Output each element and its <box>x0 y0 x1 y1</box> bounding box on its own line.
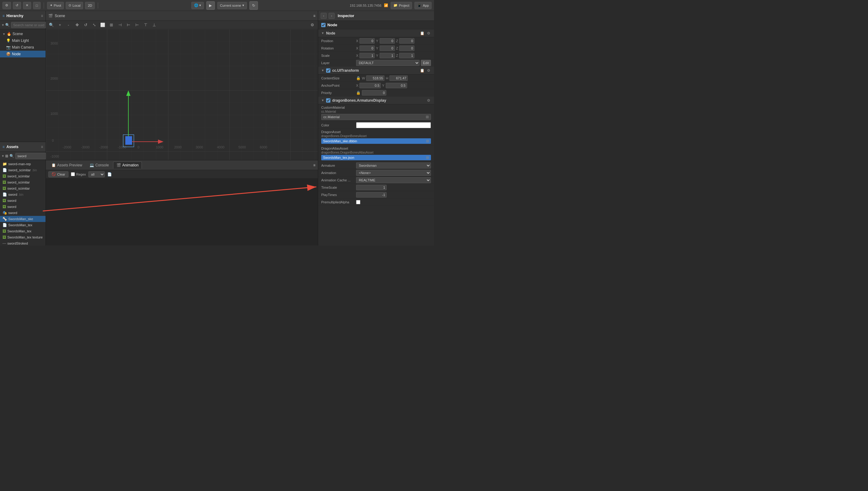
animation-select[interactable]: <None> <box>356 170 431 176</box>
asset-item-sword-man-rep[interactable]: 📁 sword-man-rep <box>0 161 46 167</box>
anchor-y-input[interactable] <box>386 83 407 88</box>
position-x-input[interactable] <box>359 38 375 44</box>
bottom-panel-menu-btn[interactable]: ≡ <box>313 163 316 167</box>
scale-tool-btn[interactable]: ⤡ <box>90 21 98 29</box>
tab-assets-preview[interactable]: 📋 Assets Preview <box>48 162 85 169</box>
tree-item-main-camera[interactable]: 📷 Main Camera <box>0 44 46 51</box>
align-top-btn[interactable]: ⊤ <box>142 21 149 29</box>
asset-item-sword-bin[interactable]: 📄 sword .bin <box>0 192 46 198</box>
project-btn[interactable]: 📁 Project <box>390 2 412 9</box>
tab-console[interactable]: 💻 Console <box>86 162 112 169</box>
asset-item-sword-3[interactable]: 🎭 sword <box>0 210 46 216</box>
tree-item-scene[interactable]: ▼ 🔥 Scene <box>0 31 46 37</box>
uitransform-section-header[interactable]: ▼ cc.UITransform 📋 ⚙ <box>318 66 434 75</box>
node-section-header[interactable]: ▼ Node 📋 ⚙ <box>318 29 434 37</box>
layer-edit-btn[interactable]: Edit <box>421 60 431 66</box>
hierarchy-add-icon[interactable]: + <box>2 23 4 27</box>
uitransform-enabled-checkbox[interactable] <box>326 68 330 73</box>
scene-menu-btn[interactable]: ≡ <box>313 14 316 18</box>
align-right-btn[interactable]: ⊢ <box>133 21 141 29</box>
pivot-btn[interactable]: ✦ Pivot <box>47 2 64 9</box>
rotation-z-input[interactable] <box>399 46 414 51</box>
2d-btn[interactable]: 2D <box>85 2 95 9</box>
node-copy-icon[interactable]: 📋 <box>419 31 425 36</box>
asset-item-sword-scimitar-3[interactable]: 🖼 sword_scimitar <box>0 185 46 192</box>
move-tool-btn[interactable]: ✥ <box>73 21 81 29</box>
dragonbones-settings-icon[interactable]: ⚙ <box>426 98 431 103</box>
uitransform-copy-icon[interactable]: 📋 <box>419 68 425 73</box>
assets-menu-btn[interactable]: ≡ <box>41 145 43 149</box>
asset-item-sword-scimitar-bin[interactable]: 📄 sword_scimitar .bin <box>0 167 46 173</box>
armature-select[interactable]: Swordsman <box>356 163 431 169</box>
scale-y-input[interactable] <box>380 53 395 58</box>
scene-settings-btn[interactable]: ⚙ <box>309 21 316 29</box>
inspector-back-btn[interactable]: ‹ <box>321 13 327 19</box>
clear-btn[interactable]: 🚫 Clear <box>48 171 69 177</box>
align-left-btn[interactable]: ⊣ <box>116 21 124 29</box>
zoom-in-btn[interactable]: + <box>56 21 63 29</box>
asset-item-sword-1[interactable]: 🖼 sword <box>0 198 46 204</box>
asset-item-sword-scimitar-1[interactable]: 🖼 sword_scimitar <box>0 173 46 179</box>
filter-select[interactable]: all log warn error <box>88 171 105 177</box>
zoom-fit-btn[interactable]: 🔍 <box>48 21 55 29</box>
app-btn[interactable]: 📱 App <box>414 2 432 9</box>
dragonbones-section-header[interactable]: ▼ dragonBones.ArmatureDisplay ⚙ <box>318 96 434 105</box>
regex-toggle[interactable]: Regex <box>71 172 86 176</box>
uitransform-settings-icon[interactable]: ⚙ <box>426 68 431 73</box>
hierarchy-menu-btn[interactable]: ≡ <box>41 14 43 18</box>
animation-cache-select[interactable]: REALTIME SHARED_CACHE PRIVATE_CACHE <box>356 177 431 183</box>
refresh-btn[interactable]: ↺ <box>13 2 21 9</box>
width-input[interactable] <box>366 76 384 81</box>
asset-item-swordsman-tex-doc[interactable]: 📄 SwordsMan_tex <box>0 222 46 228</box>
snap-btn[interactable]: ⊞ <box>108 21 115 29</box>
tab-animation[interactable]: 🎬 Animation <box>113 162 142 169</box>
filter-export-btn[interactable]: 📄 <box>107 172 112 176</box>
position-z-input[interactable] <box>399 38 414 44</box>
dragon-asset-pick-btn[interactable]: ⊞ <box>426 139 429 143</box>
position-y-input[interactable] <box>380 38 395 44</box>
height-input[interactable] <box>389 76 408 81</box>
tree-item-node[interactable]: 📦 Node <box>0 51 46 57</box>
assets-sort-btn[interactable]: ⊞ <box>5 154 8 158</box>
scale-x-input[interactable] <box>359 53 375 58</box>
dragonbones-enabled-checkbox[interactable] <box>326 98 330 103</box>
rotate-tool-btn[interactable]: ↺ <box>82 21 89 29</box>
play-times-input[interactable] <box>356 192 387 198</box>
scene-viewport[interactable]: 3000 2000 1000 0 -1000 -2000 -3000 -2000… <box>46 29 318 160</box>
asset-item-swordsman-tex-texture[interactable]: 🖼 SwordsMan_tex texture <box>0 234 46 240</box>
asset-item-sword-2[interactable]: 🖼 sword <box>0 204 46 210</box>
assets-add-btn[interactable]: + <box>2 154 4 158</box>
asset-item-swordstroked[interactable]: — swordStroked <box>0 240 46 246</box>
custom-material-pick-btn[interactable]: ⊞ <box>426 115 429 119</box>
dragon-atlas-pick-btn[interactable]: ⊞ <box>426 155 429 160</box>
node-settings-icon[interactable]: ⚙ <box>426 31 431 36</box>
tree-item-main-light[interactable]: 💡 Main Light <box>0 37 46 44</box>
color-picker[interactable] <box>356 122 431 128</box>
rotation-y-input[interactable] <box>380 46 395 51</box>
asset-item-swordsman-tex-img[interactable]: 🖼 SwordsMan_tex <box>0 228 46 234</box>
layer-select[interactable]: DEFAULT <box>356 60 419 66</box>
app-icon-btn[interactable]: ⚙ <box>2 2 11 9</box>
premultiplied-alpha-checkbox[interactable] <box>356 200 360 204</box>
globe-btn[interactable]: 🌐 ▾ <box>191 2 204 9</box>
lock-icon[interactable]: 🔒 <box>356 76 361 80</box>
rect-tool-btn[interactable]: ⬜ <box>99 21 106 29</box>
local-btn[interactable]: ⊙ Local <box>66 2 83 9</box>
refresh-scene-btn[interactable]: ↻ <box>249 1 258 10</box>
align-bottom-btn[interactable]: ⊥ <box>151 21 158 29</box>
play-btn[interactable]: ▶ <box>206 1 215 10</box>
anchor-x-input[interactable] <box>359 83 381 88</box>
rotation-x-input[interactable] <box>359 46 375 51</box>
close-btn[interactable]: ✕ <box>23 2 31 9</box>
asset-item-sword-scimitar-2[interactable]: 🖼 sword_scimitar <box>0 179 46 185</box>
maximize-btn[interactable]: □ <box>33 2 40 9</box>
regex-checkbox[interactable] <box>71 172 75 176</box>
time-scale-input[interactable] <box>356 185 387 190</box>
zoom-out-btn[interactable]: - <box>65 21 72 29</box>
asset-item-swordsman-ske[interactable]: 🦴 SwordsMan_ske <box>0 216 46 222</box>
scene-selector[interactable]: Current scene ▾ <box>217 2 247 9</box>
inspector-forward-btn[interactable]: › <box>329 13 335 19</box>
priority-lock-icon[interactable]: 🔒 <box>356 91 361 95</box>
priority-input[interactable] <box>362 90 386 95</box>
align-center-btn[interactable]: ⊢ <box>125 21 132 29</box>
